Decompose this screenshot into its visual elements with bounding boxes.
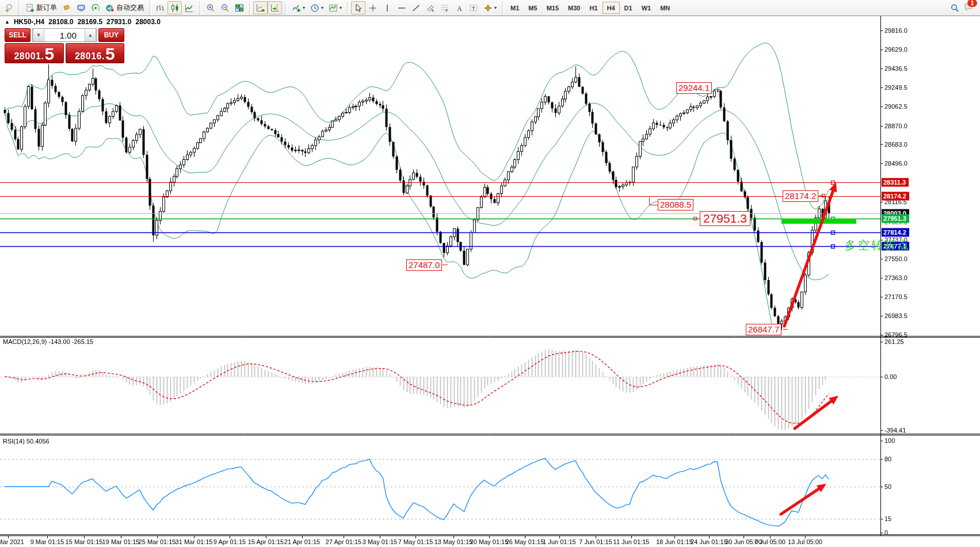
hline-icon xyxy=(396,3,406,13)
timeframe-w1[interactable]: W1 xyxy=(637,2,656,14)
new-order-button[interactable]: 新订单 xyxy=(22,1,59,14)
timeframe-mn[interactable]: MN xyxy=(655,2,674,14)
tile-windows-button[interactable] xyxy=(232,1,246,14)
fibonacci-button[interactable]: F xyxy=(437,1,452,14)
zoom-in-button[interactable] xyxy=(203,1,218,14)
template-icon xyxy=(328,3,338,13)
sell-price[interactable]: 28001. 5 xyxy=(5,43,64,63)
buy-price[interactable]: 28016. 5 xyxy=(66,43,125,63)
timeframe-h4[interactable]: H4 xyxy=(603,2,620,14)
zoom-out-button[interactable] xyxy=(218,1,232,14)
text-button[interactable]: A xyxy=(452,1,466,14)
svg-text:A: A xyxy=(457,4,462,12)
volume-down-button[interactable]: ▼ xyxy=(33,29,44,41)
channel-icon: E xyxy=(425,3,435,13)
auto-trading-button[interactable]: 自动交易 xyxy=(102,1,146,14)
chart-price-annotation[interactable]: 29244.1 xyxy=(676,82,712,94)
chart-price-annotation[interactable]: 27951.3 xyxy=(700,211,750,226)
auto-scroll-button[interactable] xyxy=(253,1,268,14)
price-tag: 28174.2 xyxy=(882,192,909,200)
buy-price-big-digit: 5 xyxy=(105,47,115,62)
signals-icon[interactable] xyxy=(88,1,102,14)
time-axis-label: 11 Jun 01:15 xyxy=(613,538,650,545)
periods-button[interactable]: ▾ xyxy=(307,1,326,14)
buy-button[interactable]: BUY xyxy=(98,28,124,42)
time-axis-label: 20 May 01:15 xyxy=(470,538,509,545)
chinese-note-text[interactable]: 多空转折点 xyxy=(845,238,911,253)
textlabel-icon: T xyxy=(468,3,478,13)
vertical-line-button[interactable] xyxy=(380,1,394,14)
macd-axis-label: -394.41 xyxy=(884,427,906,434)
chart-shift-button[interactable] xyxy=(268,1,282,14)
toolbar-separator xyxy=(148,2,151,14)
price-axis-label: 29436.5 xyxy=(884,65,907,72)
zoomout-icon xyxy=(220,3,230,13)
volume-up-button[interactable]: ▲ xyxy=(85,29,96,41)
trendline-button[interactable] xyxy=(409,1,423,14)
cursor-button[interactable] xyxy=(351,1,365,14)
time-axis-label: 27 Apr 01:15 xyxy=(326,538,361,545)
volume-input[interactable] xyxy=(44,29,85,41)
price-axis-label: 26796.5 xyxy=(884,331,907,338)
time-axis-label: 24 Jun 01:15 xyxy=(691,538,727,545)
new-order-button-label: 新订单 xyxy=(36,3,57,13)
time-axis-label: 13 May 01:15 xyxy=(434,538,473,545)
auto-trading-button-label: 自动交易 xyxy=(116,3,144,13)
dropdown-caret-icon: ▾ xyxy=(340,5,342,10)
chart-price-annotation[interactable]: 27487.0 xyxy=(406,259,442,271)
toolbar-separator xyxy=(346,2,349,14)
autoscroll-icon xyxy=(256,3,265,13)
templates-button[interactable]: ▾ xyxy=(326,1,344,14)
svg-text:F: F xyxy=(445,9,448,13)
macd-indicator-label: MACD(12,26,9) -143.00 -265.15 xyxy=(3,338,93,345)
mt4-window: 新订单自动交易▾▾▾EFAT▾ M1M5M15M30H1H4D1W1MN 1 ▲… xyxy=(0,0,980,547)
price-axis-label: 27170.5 xyxy=(884,293,907,300)
indicators-button[interactable]: ▾ xyxy=(289,1,307,14)
vline-icon xyxy=(382,3,392,13)
timeframe-m5[interactable]: M5 xyxy=(524,2,542,14)
line-chart-button[interactable] xyxy=(182,1,196,14)
candle-chart-button[interactable] xyxy=(167,1,182,14)
chart-price-annotation[interactable]: 28174.2 xyxy=(783,190,818,202)
timeframe-m30[interactable]: M30 xyxy=(563,2,585,14)
timeframe-d1[interactable]: D1 xyxy=(620,2,637,14)
toolbar-separator xyxy=(198,2,201,14)
sell-price-main: 28001. xyxy=(14,51,44,62)
crosshair-button[interactable] xyxy=(365,1,380,14)
horizontal-line-button[interactable] xyxy=(394,1,409,14)
search-icon[interactable] xyxy=(950,3,959,13)
chart-price-annotation[interactable]: 28088.5 xyxy=(658,199,693,211)
new-chart-button[interactable] xyxy=(1,1,16,14)
dropdown-caret-icon: ▾ xyxy=(303,5,305,10)
signal-icon xyxy=(90,3,100,13)
sell-button[interactable]: SELL xyxy=(5,28,30,42)
time-axis-label: 7 Jul 05:00 xyxy=(754,538,785,545)
toolbar-separator xyxy=(284,2,287,14)
timeframe-m1[interactable]: M1 xyxy=(506,2,524,14)
time-axis-label: 7 Jun 01:15 xyxy=(579,538,612,545)
text-label-button[interactable]: T xyxy=(466,1,481,14)
clock-icon xyxy=(310,3,319,13)
rsi-axis-label: 100 xyxy=(884,437,895,444)
toolbar-separator xyxy=(17,2,21,14)
timeframe-m15[interactable]: M15 xyxy=(542,2,563,14)
svg-text:E: E xyxy=(432,9,434,12)
monitor-icon xyxy=(76,3,86,13)
arrows-button[interactable]: ▾ xyxy=(481,1,499,14)
rsi-axis-label: 80 xyxy=(884,456,891,462)
terminal-icon[interactable] xyxy=(74,1,88,14)
arrows-icon xyxy=(483,3,493,13)
time-axis-label: 15 Mar 01:15 xyxy=(66,538,103,545)
price-axis-label: 28683.0 xyxy=(884,141,907,148)
equidistant-channel-button[interactable]: E xyxy=(423,1,437,14)
timeframe-h1[interactable]: H1 xyxy=(585,2,602,14)
bar-chart-button[interactable] xyxy=(153,1,167,14)
chart-price-annotation[interactable]: 26847.7 xyxy=(746,324,781,335)
price-chart-canvas[interactable] xyxy=(0,0,980,547)
notifications-icon[interactable]: 1 xyxy=(964,2,973,14)
ohlc-close: 28003.0 xyxy=(135,18,160,26)
autotrade-icon xyxy=(105,3,115,13)
eraser-icon[interactable] xyxy=(59,1,74,14)
price-tag: 27814.2 xyxy=(882,228,909,236)
time-axis-label: 9 Mar 01:15 xyxy=(30,538,64,545)
